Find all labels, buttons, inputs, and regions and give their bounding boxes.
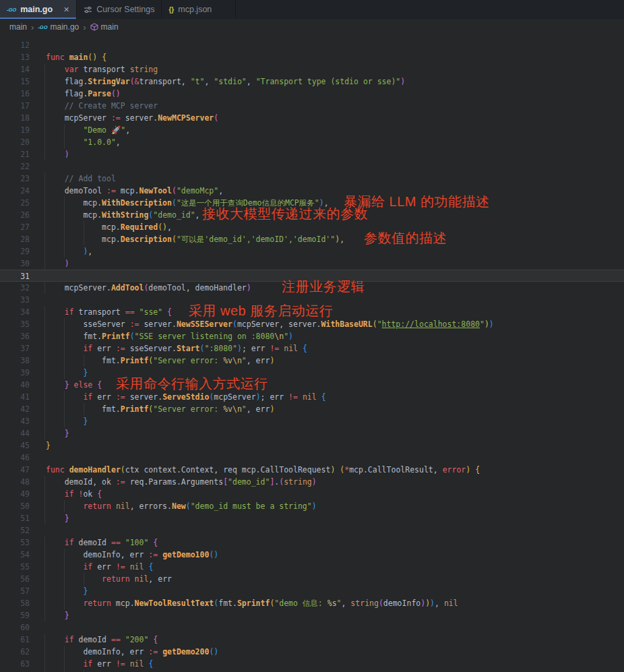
- code-line[interactable]: 39 }: [0, 367, 624, 379]
- indent-guide: [44, 512, 45, 524]
- breadcrumb-item-main-0[interactable]: main: [9, 22, 27, 32]
- code-text: ),: [46, 245, 92, 257]
- indent-guide: [44, 75, 45, 88]
- line-number: 32: [0, 282, 30, 294]
- indent-guide: [44, 597, 45, 609]
- line-number: 24: [0, 185, 30, 197]
- code-line[interactable]: 54 demoInfo, err := getDemo100(): [0, 549, 624, 561]
- tab-mcp-json[interactable]: {}mcp.json: [162, 0, 236, 19]
- code-line[interactable]: 56 return nil, err: [0, 573, 624, 585]
- code-line[interactable]: 23 // Add tool: [0, 173, 624, 185]
- code-line[interactable]: 50 return nil, errors.New("demo_id must …: [0, 500, 624, 512]
- line-number: 28: [0, 233, 30, 245]
- code-line[interactable]: 19 "Demo 🚀",: [0, 124, 624, 136]
- line-number: 19: [0, 124, 30, 136]
- code-line[interactable]: 45}: [0, 439, 624, 452]
- line-number: 17: [0, 100, 30, 112]
- code-line[interactable]: 58 return mcp.NewToolResultText(fmt.Spri…: [0, 597, 624, 609]
- code-line[interactable]: 37 if err := sseServer.Start(":8080"); e…: [0, 342, 624, 355]
- code-text: return nil, err: [46, 573, 172, 585]
- code-line[interactable]: 59 }: [0, 609, 624, 621]
- indent-guide: [44, 148, 45, 160]
- code-text: sseServer := server.NewSSEServer(mcpServ…: [46, 318, 494, 330]
- indent-guide: [44, 549, 45, 561]
- code-editor[interactable]: 1213func main() {14 var transport string…: [0, 35, 624, 672]
- code-line[interactable]: 27 mcp.Required(),: [0, 221, 624, 233]
- code-line[interactable]: 43 }: [0, 415, 624, 427]
- code-line[interactable]: 36 fmt.Printf("SSE server listening on :…: [0, 330, 624, 342]
- annotation: 参数值的描述: [364, 231, 447, 245]
- code-line[interactable]: 61 if demoId == "200" {: [0, 634, 624, 646]
- code-text: if !ok {: [46, 488, 102, 500]
- code-line[interactable]: 21 ): [0, 148, 624, 160]
- code-line[interactable]: 38 fmt.Printf("Server error: %v\n", err): [0, 355, 624, 367]
- chevron-right-icon: ›: [83, 22, 86, 32]
- line-number: 30: [0, 257, 30, 270]
- json-braces-icon: {}: [168, 6, 174, 13]
- code-line[interactable]: 49 if !ok {: [0, 488, 624, 500]
- code-line[interactable]: 17 // Create MCP server: [0, 100, 624, 112]
- code-line[interactable]: 12: [0, 39, 624, 51]
- line-number: 41: [0, 391, 30, 403]
- code-line[interactable]: 40 } else {: [0, 379, 624, 391]
- code-line[interactable]: 52: [0, 524, 624, 537]
- code-line[interactable]: 30 ): [0, 257, 624, 270]
- code-text: return mcp.NewToolResultText(fmt.Sprintf…: [46, 597, 458, 609]
- code-line[interactable]: 18 mcpServer := server.NewMCPServer(: [0, 112, 624, 124]
- indent-guide: [44, 658, 45, 670]
- code-line[interactable]: 51 }: [0, 512, 624, 524]
- go-logo-icon: -GO: [7, 7, 16, 13]
- indent-guide: [44, 124, 45, 136]
- code-text: }: [46, 415, 88, 427]
- code-line[interactable]: 15 flag.StringVar(&transport, "t", "stdi…: [0, 75, 624, 88]
- code-line[interactable]: 42 fmt.Printf("Server error: %v\n", err): [0, 403, 624, 415]
- code-line[interactable]: 48 demoId, ok := req.Params.Arguments["d…: [0, 476, 624, 488]
- code-text: // Add tool: [46, 173, 116, 185]
- indent-guide: [44, 488, 45, 500]
- breadcrumb-label: main: [101, 22, 119, 32]
- code-text: if demoId == "100" {: [46, 537, 158, 549]
- line-number: 58: [0, 597, 30, 609]
- code-line[interactable]: 53 if demoId == "100" {: [0, 537, 624, 549]
- code-text: flag.StringVar(&transport, "t", "stdio",…: [46, 75, 405, 88]
- code-line[interactable]: 60: [0, 621, 624, 634]
- breadcrumb-item-main-2[interactable]: main: [90, 22, 119, 32]
- code-text: if demoId == "200" {: [46, 634, 158, 646]
- code-line[interactable]: 22: [0, 160, 624, 173]
- code-line[interactable]: 41 if err := server.ServeStdio(mcpServer…: [0, 391, 624, 403]
- code-line[interactable]: 16 flag.Parse(): [0, 88, 624, 100]
- indent-guide: [44, 136, 45, 148]
- indent-guide: [44, 573, 45, 585]
- close-icon[interactable]: ✕: [63, 5, 69, 14]
- code-line[interactable]: 44 }: [0, 427, 624, 439]
- code-line[interactable]: 24 demoTool := mcp.NewTool("demoMcp",: [0, 185, 624, 197]
- code-line[interactable]: 46: [0, 452, 624, 464]
- code-line[interactable]: 57 }: [0, 585, 624, 597]
- code-text: ): [46, 148, 69, 160]
- code-line[interactable]: 29 ),: [0, 245, 624, 257]
- indent-guide: [44, 306, 45, 318]
- code-line[interactable]: 55 if err != nil {: [0, 561, 624, 573]
- line-number: 63: [0, 658, 30, 670]
- line-number: 55: [0, 561, 30, 573]
- tab-label: main.go: [20, 5, 53, 14]
- code-line[interactable]: 47func demoHandler(ctx context.Context, …: [0, 464, 624, 476]
- code-line[interactable]: 62 demoInfo, err := getDemo200(): [0, 646, 624, 658]
- code-text: if err := server.ServeStdio(mcpServer); …: [46, 391, 326, 403]
- code-text: fmt.Printf("SSE server listening on :808…: [46, 330, 293, 342]
- code-line[interactable]: 28 mcp.Description("可以是'demo_id','demoID…: [0, 233, 624, 245]
- code-line[interactable]: 14 var transport string: [0, 63, 624, 75]
- line-number: 20: [0, 136, 30, 148]
- tab-cursor-settings[interactable]: Cursor Settings: [77, 0, 162, 19]
- breadcrumb-item-main-go-1[interactable]: -GOmain.go: [38, 22, 79, 32]
- code-line[interactable]: 35 sseServer := server.NewSSEServer(mcpS…: [0, 318, 624, 330]
- indent-guide: [44, 561, 45, 573]
- code-line[interactable]: 20 "1.0.0",: [0, 136, 624, 148]
- tab-main-go[interactable]: -GOmain.go✕: [0, 0, 77, 19]
- sliders-icon: [84, 5, 92, 14]
- indent-guide: [44, 63, 45, 75]
- line-number: 40: [0, 379, 30, 391]
- code-line[interactable]: 13func main() {: [0, 51, 624, 63]
- code-line[interactable]: 63 if err != nil {: [0, 658, 624, 670]
- line-number: 48: [0, 476, 30, 488]
